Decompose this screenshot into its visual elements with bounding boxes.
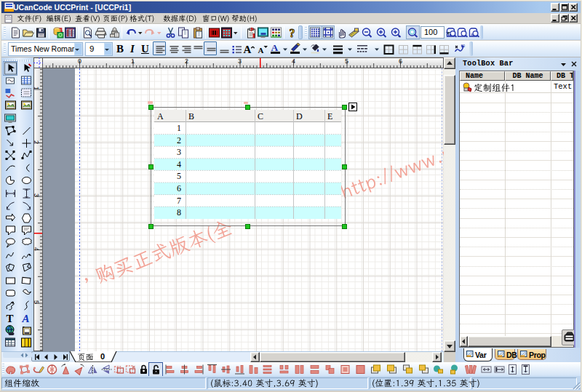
svg-text:?: ? bbox=[290, 27, 295, 39]
svg-text:A: A bbox=[258, 46, 264, 55]
svg-text:A: A bbox=[271, 42, 279, 53]
svg-text:30: 30 bbox=[461, 44, 466, 48]
svg-text:T: T bbox=[7, 313, 14, 324]
svg-text:A: A bbox=[244, 44, 252, 55]
svg-text:A: A bbox=[22, 313, 30, 324]
